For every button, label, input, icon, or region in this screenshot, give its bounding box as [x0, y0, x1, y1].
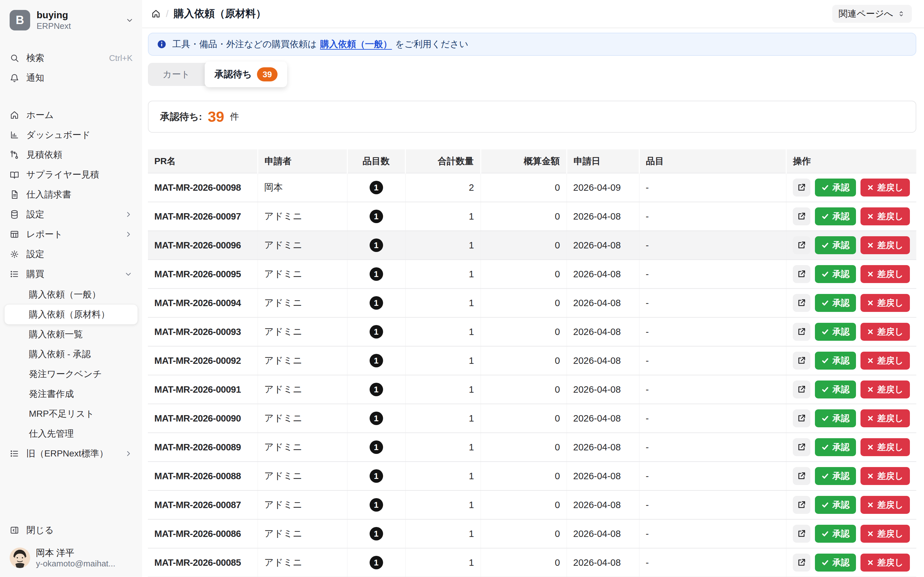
pr-name-cell[interactable]: MAT-MR-2026-00087 — [148, 490, 258, 519]
sidebar-item[interactable]: 見積依頼 — [5, 145, 137, 165]
sidebar-subitem-selected[interactable]: 購入依頼（原材料） — [5, 305, 137, 324]
sidebar-item[interactable]: 設定 — [5, 244, 137, 264]
request-date-cell: 2026-04-08 — [567, 548, 639, 577]
items-cell: - — [639, 433, 786, 462]
chevron-right-icon — [124, 450, 132, 458]
tab-cart[interactable]: カート — [148, 63, 205, 86]
user-menu[interactable]: 岡本 洋平 y-okamoto@maihat... — [5, 545, 137, 571]
sidebar-item[interactable]: 旧（ERPNext標準） — [5, 444, 137, 464]
banner-text-before: 工具・備品・外注などの購買依頼は — [172, 39, 317, 49]
database-icon — [10, 210, 19, 219]
open-external-button[interactable] — [793, 409, 811, 427]
reject-button[interactable]: 差戻し — [861, 467, 910, 485]
pr-name-cell[interactable]: MAT-MR-2026-00091 — [148, 375, 258, 404]
pr-name-cell[interactable]: MAT-MR-2026-00096 — [148, 231, 258, 259]
pr-name-cell[interactable]: MAT-MR-2026-00089 — [148, 433, 258, 462]
actions-cell: 承認 差戻し — [786, 231, 916, 259]
approve-button[interactable]: 承認 — [815, 351, 856, 370]
reject-button[interactable]: 差戻し — [861, 207, 910, 226]
open-external-button[interactable] — [793, 496, 811, 514]
open-external-button[interactable] — [793, 554, 811, 572]
reject-button[interactable]: 差戻し — [861, 554, 910, 572]
request-date-cell: 2026-04-08 — [567, 202, 639, 231]
reject-button[interactable]: 差戻し — [861, 496, 910, 514]
sidebar-item[interactable]: レポート — [5, 224, 137, 244]
approve-button[interactable]: 承認 — [815, 323, 856, 341]
approve-button[interactable]: 承認 — [815, 438, 856, 456]
approve-button[interactable]: 承認 — [815, 554, 856, 572]
pr-name-cell[interactable]: MAT-MR-2026-00090 — [148, 404, 258, 433]
sidebar-item[interactable]: 購買 — [5, 264, 137, 284]
approve-button[interactable]: 承認 — [815, 265, 856, 283]
actions-cell: 承認 差戻し — [786, 519, 916, 548]
pr-name-cell[interactable]: MAT-MR-2026-00086 — [148, 519, 258, 548]
approve-button[interactable]: 承認 — [815, 380, 856, 398]
sidebar-item[interactable]: サプライヤー見積 — [5, 165, 137, 185]
sidebar-item[interactable]: 設定 — [5, 205, 137, 224]
reject-button[interactable]: 差戻し — [861, 294, 910, 312]
x-icon — [867, 472, 874, 480]
pr-name-cell[interactable]: MAT-MR-2026-00095 — [148, 259, 258, 288]
pr-name-cell[interactable]: MAT-MR-2026-00085 — [148, 548, 258, 577]
sidebar-item-label: 仕入請求書 — [26, 189, 71, 201]
table-row: MAT-MR-2026-00085 アドミニ 1 1 0 2026-04-08 … — [148, 548, 916, 577]
related-pages-select[interactable]: 関連ページへ — [832, 5, 912, 23]
open-external-button[interactable] — [793, 323, 811, 341]
workspace-switcher[interactable]: B buying ERPNext — [5, 8, 137, 31]
sidebar-item[interactable]: ホーム — [5, 105, 137, 125]
approve-button[interactable]: 承認 — [815, 496, 856, 514]
sidebar-subitem[interactable]: 購入依頼 - 承認 — [5, 344, 137, 364]
sidebar-item[interactable]: 閉じる — [5, 520, 137, 540]
sidebar-item[interactable]: ダッシュボード — [5, 125, 137, 145]
pr-name-cell[interactable]: MAT-MR-2026-00097 — [148, 202, 258, 231]
approve-button[interactable]: 承認 — [815, 179, 856, 197]
item-count-cell: 1 — [347, 288, 405, 318]
approve-button[interactable]: 承認 — [815, 409, 856, 427]
open-external-button[interactable] — [793, 380, 811, 398]
reject-button[interactable]: 差戻し — [861, 351, 910, 370]
sidebar-item[interactable]: 検索 Ctrl+K — [5, 48, 137, 68]
sidebar-subitem[interactable]: 発注ワークベンチ — [5, 364, 137, 384]
pr-name-cell[interactable]: MAT-MR-2026-00092 — [148, 346, 258, 375]
sidebar-subitem[interactable]: 発注書作成 — [5, 384, 137, 404]
reject-button[interactable]: 差戻し — [861, 409, 910, 427]
pr-name-cell[interactable]: MAT-MR-2026-00093 — [148, 318, 258, 346]
approve-button[interactable]: 承認 — [815, 294, 856, 312]
reject-button[interactable]: 差戻し — [861, 525, 910, 543]
open-external-button[interactable] — [793, 467, 811, 485]
approve-button[interactable]: 承認 — [815, 525, 856, 543]
sidebar-item[interactable]: 仕入請求書 — [5, 185, 137, 205]
open-external-button[interactable] — [793, 265, 811, 283]
items-cell: - — [639, 346, 786, 375]
open-external-button[interactable] — [793, 438, 811, 456]
reject-button[interactable]: 差戻し — [861, 380, 910, 398]
sidebar-subitem[interactable]: 購入依頼（一般） — [5, 285, 137, 305]
item-count-cell: 1 — [347, 519, 405, 548]
approve-button[interactable]: 承認 — [815, 207, 856, 226]
sidebar-subitem[interactable]: 購入依頼一覧 — [5, 324, 137, 344]
open-external-button[interactable] — [793, 525, 811, 543]
reject-button[interactable]: 差戻し — [861, 179, 910, 197]
open-external-button[interactable] — [793, 179, 811, 197]
approve-button[interactable]: 承認 — [815, 467, 856, 485]
tab-pending-approval[interactable]: 承認待ち39 — [205, 61, 287, 87]
reject-button[interactable]: 差戻し — [861, 236, 910, 254]
approve-button[interactable]: 承認 — [815, 236, 856, 254]
general-purchase-request-link[interactable]: 購入依頼（一般） — [320, 39, 392, 49]
reject-button[interactable]: 差戻し — [861, 323, 910, 341]
pr-name-cell[interactable]: MAT-MR-2026-00094 — [148, 288, 258, 318]
sidebar-subitem[interactable]: 仕入先管理 — [5, 424, 137, 444]
open-external-button[interactable] — [793, 294, 811, 312]
items-cell: - — [639, 490, 786, 519]
open-external-button[interactable] — [793, 351, 811, 370]
open-external-button[interactable] — [793, 207, 811, 226]
sidebar-subitem[interactable]: MRP不足リスト — [5, 404, 137, 424]
reject-button[interactable]: 差戻し — [861, 265, 910, 283]
item-count-cell: 1 — [347, 548, 405, 577]
pr-name-cell[interactable]: MAT-MR-2026-00088 — [148, 462, 258, 490]
pr-name-cell[interactable]: MAT-MR-2026-00098 — [148, 173, 258, 202]
home-icon[interactable] — [151, 9, 161, 19]
reject-button[interactable]: 差戻し — [861, 438, 910, 456]
sidebar-item[interactable]: 通知 — [5, 68, 137, 88]
open-external-button[interactable] — [793, 236, 811, 254]
